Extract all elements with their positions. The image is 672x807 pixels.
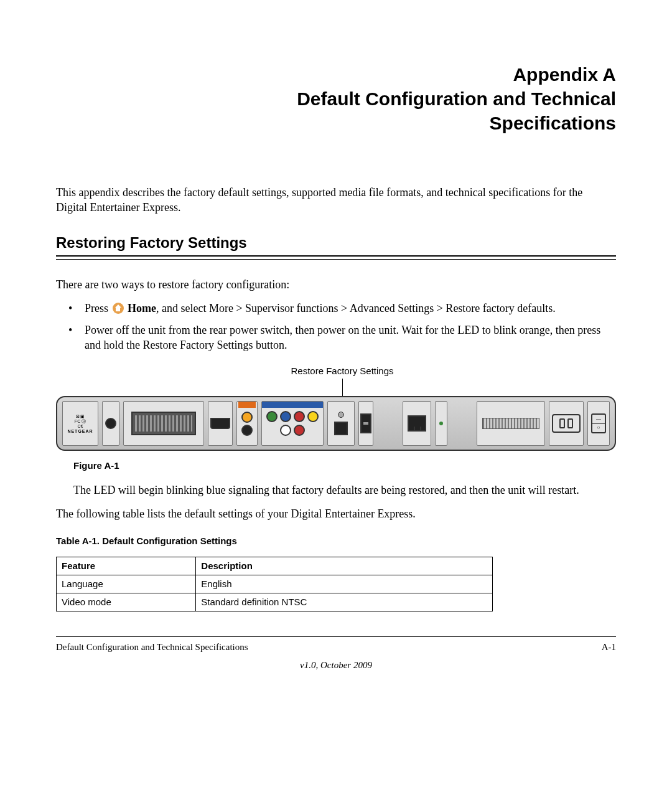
footer-version: v1.0, October 2009 <box>56 659 616 671</box>
appendix-title: Appendix A Default Configuration and Tec… <box>56 62 616 135</box>
hdmi-port-block <box>208 401 233 446</box>
button-icon <box>334 422 348 435</box>
power-switch-icon: ―○ <box>591 413 606 433</box>
usb-block <box>358 401 373 446</box>
component-pr-icon <box>294 411 305 422</box>
section-rule <box>56 259 616 260</box>
figure-caption: Figure A-1 <box>73 460 616 472</box>
bullet1-rest: , and select More > Supervisor functions… <box>156 302 556 314</box>
cell-feature: Language <box>57 575 196 593</box>
section-heading: Restoring Factory Settings <box>56 233 616 257</box>
spdif-coax-icon <box>241 412 253 423</box>
svideo-port-block <box>102 401 119 446</box>
power-inlet-block <box>549 401 584 446</box>
footer-page-number: A-1 <box>602 641 616 653</box>
intro-paragraph: This appendix describes the factory defa… <box>56 185 616 215</box>
table-row: Language English <box>57 575 493 593</box>
svideo-icon <box>105 418 116 429</box>
certification-logo-block: ⊠ ▣ FC ⓤ C€ NETGEAR <box>62 401 98 446</box>
component-video-block <box>261 401 324 446</box>
table-row: Video mode Standard definition NTSC <box>57 593 493 611</box>
ethernet-block <box>403 401 431 446</box>
vent-icon <box>482 418 539 429</box>
callout-line <box>342 379 343 396</box>
ethernet-port-icon <box>408 415 426 432</box>
component-pb-icon <box>280 411 291 422</box>
audio-right-icon <box>294 425 305 436</box>
power-switch-block: ―○ <box>587 401 610 446</box>
spdif-optical-icon <box>241 425 253 436</box>
table-caption: Table A-1. Default Configuration Setting… <box>56 535 616 547</box>
after-figure-paragraph: The LED will begin blinking blue signali… <box>73 483 616 498</box>
callout-label: Restore Factory Settings <box>62 365 622 377</box>
title-line-3: Specifications <box>56 111 616 135</box>
th-feature: Feature <box>57 557 196 575</box>
list-item: Press Home, and select More > Supervisor… <box>73 301 616 316</box>
scart-icon <box>131 412 196 435</box>
restore-lead: There are two ways to restore factory co… <box>56 277 616 292</box>
reset-block <box>327 401 355 446</box>
table-header-row: Feature Description <box>57 557 493 575</box>
footer-left: Default Configuration and Technical Spec… <box>56 641 248 653</box>
led-block <box>435 401 447 446</box>
panel-gap <box>451 401 473 446</box>
list-item: Power off the unit from the rear power s… <box>73 323 616 353</box>
component-y-icon <box>266 411 278 422</box>
reset-pinhole-icon <box>338 412 344 418</box>
th-description: Description <box>196 557 493 575</box>
spdif-block <box>236 401 258 446</box>
hdmi-icon <box>210 418 230 429</box>
composite-video-icon <box>307 411 319 422</box>
cell-feature: Video mode <box>57 593 196 611</box>
figure-a1: Restore Factory Settings ⊠ ▣ FC ⓤ C€ NET… <box>56 365 616 451</box>
title-line-2: Default Configuration and Technical <box>56 87 616 111</box>
ventilation-block <box>477 401 545 446</box>
page-footer: Default Configuration and Technical Spec… <box>56 636 616 671</box>
scart-port-block <box>123 401 204 446</box>
panel-gap <box>377 401 399 446</box>
audio-left-icon <box>280 425 291 436</box>
device-rear-panel: ⊠ ▣ FC ⓤ C€ NETGEAR <box>56 396 616 451</box>
ac-inlet-icon <box>552 414 581 433</box>
table-lead: The following table lists the default se… <box>56 506 616 521</box>
status-led-icon <box>439 422 443 425</box>
home-icon <box>113 303 124 314</box>
restore-methods-list: Press Home, and select More > Supervisor… <box>56 301 616 352</box>
default-config-table: Feature Description Language English Vid… <box>56 557 493 612</box>
cell-description: Standard definition NTSC <box>196 593 493 611</box>
bullet1-press: Press <box>85 302 111 314</box>
cell-description: English <box>196 575 493 593</box>
bullet1-home: Home <box>128 302 156 314</box>
title-line-1: Appendix A <box>56 62 616 87</box>
usb-port-icon <box>360 413 371 433</box>
